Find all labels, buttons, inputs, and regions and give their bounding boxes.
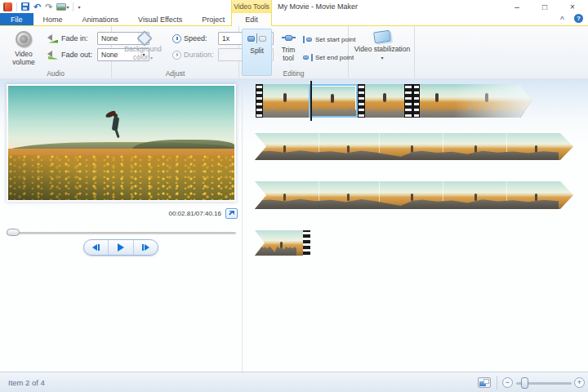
divider	[73, 2, 74, 11]
tab-edit-active[interactable]: Edit	[231, 13, 272, 26]
timeline-panel	[243, 79, 588, 372]
collapse-ribbon-icon[interactable]: ^	[560, 15, 564, 23]
chevron-down-icon: ▾	[66, 4, 69, 10]
playhead[interactable]	[310, 81, 312, 121]
set-start-point-button[interactable]: Set start point	[303, 33, 355, 45]
previous-frame-button[interactable]	[84, 240, 109, 255]
window-title: My Movie - Movie Maker	[278, 2, 358, 11]
ribbon-mini-controls: ^ ?	[560, 14, 583, 23]
title-bar: ↶ ↷ ▾ ▾ Video Tools My Movie - Movie Mak…	[0, 0, 588, 13]
ribbon-group-stabilization: Video stabilization ▾	[349, 26, 415, 78]
seek-track[interactable]	[7, 232, 236, 234]
play-button[interactable]	[109, 240, 133, 255]
tab-file[interactable]: File	[0, 13, 33, 25]
duration-clock-icon	[172, 51, 181, 60]
timeline-row-2[interactable]	[255, 133, 573, 160]
ribbon-tabs: File Home Animations Visual Effects Proj…	[0, 13, 588, 26]
playback-timestamp: 00:02.81/07:40.16	[168, 210, 221, 217]
paint-bucket-icon	[137, 32, 149, 43]
close-button[interactable]: ×	[559, 0, 586, 13]
play-icon	[118, 243, 124, 252]
zoom-in-button[interactable]: +	[574, 377, 585, 388]
audio-group-label: Audio	[0, 69, 111, 78]
timeline-clip[interactable]	[365, 84, 404, 118]
video-stabilization-label: Video stabilization ▾	[354, 45, 411, 62]
preview-panel: 00:02.81/07:40.16	[0, 79, 243, 372]
timeline-clip-selected[interactable]	[309, 84, 358, 118]
quick-access-toolbar: ↶ ↷ ▾ ▾	[3, 2, 80, 11]
maximize-button[interactable]: □	[531, 0, 559, 13]
background-color-button[interactable]: Background color ▾	[117, 29, 169, 75]
running-person	[108, 112, 122, 141]
thumbnail-view-icon[interactable]	[478, 377, 491, 388]
timeline-row-1	[256, 84, 532, 118]
minimize-button[interactable]: –	[503, 0, 531, 13]
speed-clock-icon	[172, 34, 181, 43]
ribbon-group-editing: Split Trim tool Set start point Set end …	[239, 26, 349, 78]
next-frame-icon	[145, 244, 149, 251]
tab-project[interactable]: Project	[192, 13, 234, 25]
status-bar: Item 2 of 4 − +	[0, 372, 588, 392]
set-end-point-button[interactable]: Set end point	[303, 51, 354, 63]
seek-thumb[interactable]	[7, 229, 20, 236]
chevron-down-icon: ▾	[381, 56, 383, 60]
tab-visual-effects[interactable]: Visual Effects	[128, 13, 192, 25]
video-volume-button[interactable]: Video volume	[3, 29, 44, 75]
timeline-row-4[interactable]	[255, 230, 310, 256]
ribbon-group-adjust: Background color ▾ Speed: 1x ▾ Duration:…	[112, 26, 239, 78]
timeline-clip-end[interactable]	[454, 84, 532, 118]
zoom-out-button[interactable]: −	[502, 377, 513, 388]
ribbon-group-audio: Video volume Fade in: None ▾ Fade out: N…	[0, 26, 112, 78]
trim-tool-label: Trim tool	[277, 46, 300, 62]
customize-qat-icon[interactable]: ▾	[78, 4, 80, 10]
movie-maker-window: ↶ ↷ ▾ ▾ Video Tools My Movie - Movie Mak…	[0, 0, 588, 392]
undo-icon[interactable]: ↶	[33, 2, 41, 11]
divider	[16, 2, 17, 11]
contextual-tab-header: Video Tools	[231, 0, 272, 13]
timeline-row-3[interactable]	[255, 181, 573, 209]
help-icon[interactable]: ?	[574, 14, 583, 23]
set-end-point-icon	[303, 54, 313, 61]
video-stabilization-button[interactable]: Video stabilization ▾	[353, 29, 412, 75]
filmstrip-sprocket	[358, 84, 365, 118]
fade-in-icon	[47, 34, 59, 43]
seek-bar[interactable]	[7, 229, 236, 238]
split-icon	[247, 34, 266, 42]
timeline-clip[interactable]	[420, 84, 454, 118]
trim-tool-icon	[282, 33, 296, 42]
previous-frame-icon	[92, 244, 97, 251]
zoom-slider-thumb[interactable]	[521, 377, 528, 389]
filmstrip-sprocket	[256, 84, 263, 118]
speaker-icon	[16, 31, 32, 47]
timeline-clip[interactable]	[263, 84, 309, 118]
time-row: 00:02.81/07:40.16	[0, 208, 243, 220]
transport-controls	[83, 239, 158, 256]
ribbon: Video volume Fade in: None ▾ Fade out: N…	[0, 26, 588, 79]
split-label: Split	[250, 47, 264, 55]
set-start-point-icon	[303, 36, 313, 43]
tab-animations[interactable]: Animations	[73, 13, 129, 25]
fade-out-label: Fade out:	[61, 51, 97, 59]
save-icon[interactable]	[21, 2, 29, 11]
duration-label: Duration:	[184, 51, 218, 59]
speed-label: Speed:	[184, 34, 218, 42]
tab-home[interactable]: Home	[33, 13, 73, 25]
video-stabilization-icon	[373, 30, 391, 44]
adjust-group-label: Adjust	[112, 69, 238, 78]
photo-icon	[56, 3, 66, 11]
next-frame-button[interactable]	[134, 240, 158, 255]
flower-field	[8, 155, 234, 200]
window-controls: – □ ×	[503, 0, 586, 13]
movie-maker-app-icon[interactable]	[3, 2, 12, 11]
fade-out-icon	[47, 51, 59, 60]
fullscreen-button[interactable]	[225, 208, 238, 219]
add-media-button[interactable]: ▾	[56, 3, 69, 11]
fade-in-label: Fade in:	[61, 34, 97, 42]
divider	[497, 376, 497, 390]
item-count-text: Item 2 of 4	[8, 378, 45, 387]
video-volume-label: Video volume	[3, 50, 44, 66]
redo-icon[interactable]: ↷	[45, 2, 52, 11]
editing-group-label: Editing	[239, 69, 348, 78]
video-preview[interactable]	[7, 84, 236, 202]
filmstrip-sprocket	[303, 230, 310, 256]
